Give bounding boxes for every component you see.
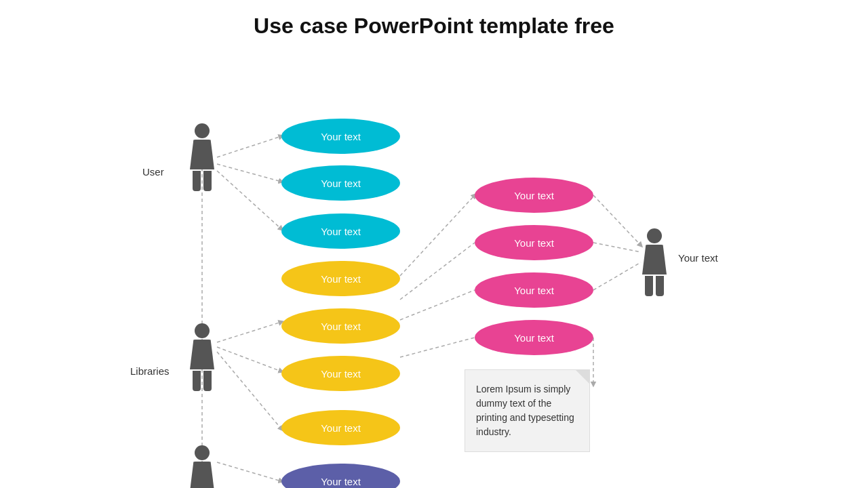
page-title: Use case PowerPoint template free (0, 0, 868, 45)
actor-user (185, 123, 219, 191)
oval-cyan-1: Your text (281, 119, 400, 154)
svg-line-11 (400, 338, 475, 357)
oval-pink-3: Your text (475, 272, 593, 308)
diagram-area: User Libraries Master Your text Your tex… (0, 45, 868, 488)
svg-line-4 (217, 322, 281, 342)
actor-libraries (185, 323, 219, 391)
svg-line-5 (217, 347, 281, 371)
svg-line-13 (593, 243, 641, 252)
libraries-label: Libraries (130, 365, 170, 377)
oval-pink-2: Your text (475, 225, 593, 260)
user-label: User (142, 166, 164, 178)
connectors-svg (0, 45, 868, 488)
oval-yellow-4: Your text (281, 410, 400, 445)
svg-line-12 (593, 195, 641, 245)
svg-line-7 (217, 462, 281, 481)
actor-master (185, 445, 219, 488)
right-actor-label: Your text (678, 252, 718, 264)
svg-line-10 (400, 290, 475, 320)
svg-line-9 (400, 243, 475, 300)
svg-line-2 (217, 164, 281, 182)
oval-yellow-2: Your text (281, 308, 400, 344)
oval-cyan-3: Your text (281, 214, 400, 249)
svg-line-14 (593, 262, 641, 290)
actor-right (637, 228, 671, 296)
oval-yellow-1: Your text (281, 261, 400, 296)
note-box: Lorem Ipsum is simply dummy text of the … (465, 369, 590, 452)
person-body (190, 140, 214, 169)
oval-yellow-3: Your text (281, 356, 400, 391)
svg-line-6 (217, 352, 281, 429)
svg-line-1 (217, 136, 281, 157)
oval-pink-4: Your text (475, 320, 593, 355)
person-legs (193, 171, 212, 191)
svg-line-3 (217, 171, 281, 229)
person-head (195, 123, 210, 138)
oval-pink-1: Your text (475, 178, 593, 213)
oval-cyan-2: Your text (281, 165, 400, 201)
svg-line-8 (400, 195, 475, 276)
oval-navy-1: Your text (281, 464, 400, 488)
